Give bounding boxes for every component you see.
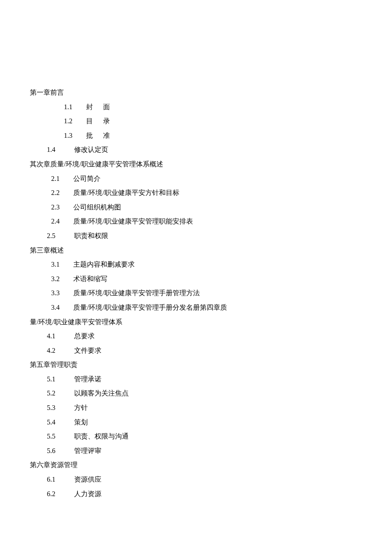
toc-item: 5.3方针 (30, 401, 362, 415)
item-text: 人力资源 (74, 490, 101, 497)
item-text: 管理承诺 (74, 375, 101, 383)
toc-item: 3.2术语和缩写 (30, 272, 362, 286)
toc-item: 2.4质量/环境/职业健康平安管理职能安排表 (30, 214, 362, 229)
document-page: 第一章前言 1.1封面 1.2目录 1.3批准 1.4修改认定页 其次章质量/环… (0, 0, 392, 526)
toc-item: 5.4策划 (30, 415, 362, 430)
item-number: 3.1 (51, 257, 68, 272)
item-number: 1.4 (47, 142, 64, 157)
item-text: 总要求 (74, 332, 95, 340)
item-text: 质量/环境/职业健康平安管理手册管理方法 (73, 289, 200, 296)
toc-item: 1.1封面 (30, 100, 362, 114)
item-text: 术语和缩写 (73, 275, 107, 282)
item-number: 3.4 (51, 300, 68, 315)
toc-item: 2.5职责和权限 (30, 229, 362, 243)
chapter-heading: 第六章资源管理 (30, 458, 362, 472)
toc-item: 2.2质量/环境/职业健康平安方针和目标 (30, 186, 362, 200)
item-text: 质量/环境/职业健康平安管理手册分发名册第四章质 (73, 304, 227, 311)
item-text: 管理评审 (74, 447, 101, 454)
item-number: 2.1 (51, 171, 68, 186)
toc-item: 5.1管理承诺 (30, 372, 362, 386)
toc-item: 5.6管理评审 (30, 444, 362, 458)
item-text: 目录 (86, 117, 120, 125)
item-text: 方针 (74, 404, 88, 411)
item-number: 4.1 (47, 329, 64, 343)
chapter-heading: 第一章前言 (30, 85, 362, 100)
item-number: 5.1 (47, 372, 64, 386)
item-text: 公司组织机构图 (73, 203, 121, 211)
item-number: 5.6 (47, 444, 64, 458)
item-number: 1.3 (64, 128, 81, 143)
item-number: 5.3 (47, 401, 64, 415)
toc-item: 3.4质量/环境/职业健康平安管理手册分发名册第四章质 (30, 300, 362, 315)
item-number: 3.3 (51, 286, 68, 300)
toc-item: 3.1主题内容和删减要求 (30, 257, 362, 272)
toc-item: 6.2人力资源 (30, 487, 362, 501)
toc-item: 4.2文件要求 (30, 343, 362, 358)
toc-item: 3.3质量/环境/职业健康平安管理手册管理方法 (30, 286, 362, 300)
toc-item: 1.4修改认定页 (30, 142, 362, 157)
chapter-heading: 第三章概述 (30, 243, 362, 258)
item-number: 3.2 (51, 272, 68, 286)
toc-item: 1.2目录 (30, 114, 362, 128)
item-number: 2.4 (51, 214, 68, 229)
item-text: 职责、权限与沟通 (74, 433, 129, 440)
item-text: 修改认定页 (74, 146, 108, 153)
item-number: 6.1 (47, 472, 64, 487)
chapter-heading: 第五章管理职责 (30, 357, 362, 372)
item-number: 5.5 (47, 429, 64, 444)
item-number: 2.3 (51, 200, 68, 215)
item-text: 批准 (86, 132, 120, 139)
item-number: 1.1 (64, 100, 81, 114)
item-number: 2.2 (51, 186, 68, 200)
item-text: 以顾客为关注焦点 (74, 389, 129, 397)
item-text: 封面 (86, 103, 120, 110)
toc-item: 5.2以顾客为关注焦点 (30, 386, 362, 401)
item-text: 质量/环境/职业健康平安方针和目标 (73, 189, 179, 196)
item-text: 资源供应 (74, 476, 101, 483)
item-number: 1.2 (64, 114, 81, 128)
item-number: 2.5 (47, 229, 64, 243)
item-text: 职责和权限 (74, 232, 108, 239)
item-text: 文件要求 (74, 347, 101, 354)
item-text: 公司简介 (73, 175, 101, 182)
item-text: 主题内容和删减要求 (73, 261, 135, 268)
toc-item: 5.5职责、权限与沟通 (30, 429, 362, 444)
item-number: 4.2 (47, 343, 64, 358)
item-number: 5.4 (47, 415, 64, 430)
item-number: 5.2 (47, 386, 64, 401)
toc-item: 6.1资源供应 (30, 472, 362, 487)
toc-item: 4.1总要求 (30, 329, 362, 343)
item-number: 6.2 (47, 487, 64, 501)
toc-item: 1.3批准 (30, 128, 362, 143)
item-text: 质量/环境/职业健康平安管理职能安排表 (73, 218, 193, 225)
chapter-heading-continuation: 量/环境/职业健康平安管理体系 (30, 315, 362, 329)
toc-item: 2.3公司组织机构图 (30, 200, 362, 215)
chapter-heading: 其次章质量/环境/职业健康平安管理体系概述 (30, 157, 362, 171)
item-text: 策划 (74, 418, 88, 426)
toc-item: 2.1公司简介 (30, 171, 362, 186)
